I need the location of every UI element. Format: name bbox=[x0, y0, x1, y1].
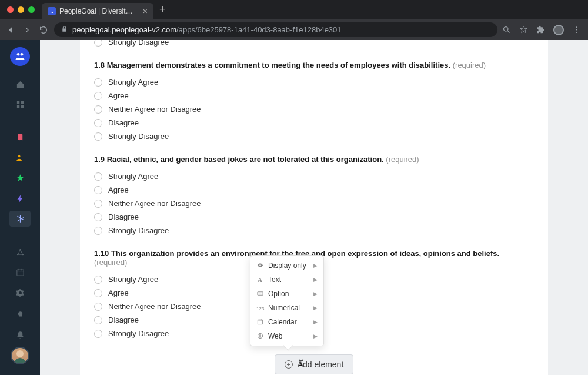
svg-point-10 bbox=[18, 155, 20, 158]
nav-calendar[interactable] bbox=[9, 265, 31, 280]
radio-icon[interactable] bbox=[94, 119, 102, 127]
menu-item-text[interactable]: AText▶ bbox=[250, 273, 323, 287]
radio-icon[interactable] bbox=[94, 213, 102, 221]
tab-favicon-icon: :: bbox=[48, 7, 56, 15]
nav-apps[interactable] bbox=[9, 97, 31, 112]
option-row[interactable]: Agree bbox=[94, 185, 534, 194]
radio-icon[interactable] bbox=[94, 200, 102, 208]
radio-icon[interactable] bbox=[94, 316, 102, 324]
svg-rect-7 bbox=[21, 101, 23, 104]
menu-item-web[interactable]: Web▶ bbox=[250, 329, 323, 343]
radio-icon[interactable] bbox=[94, 227, 102, 235]
option-row[interactable]: Neither Agree nor Disagree bbox=[94, 105, 534, 114]
nav-hints[interactable] bbox=[9, 307, 31, 323]
chevron-right-icon: ▶ bbox=[313, 333, 318, 339]
option-label: Strongly Agree bbox=[108, 78, 158, 87]
url-text: peoplegoal.peoplegoal-v2.com/apps/6be259… bbox=[72, 25, 342, 34]
profile-icon[interactable] bbox=[553, 25, 564, 35]
required-label: (required) bbox=[94, 258, 127, 267]
nav-energy[interactable] bbox=[9, 191, 31, 206]
user-avatar[interactable] bbox=[11, 347, 29, 364]
option-row[interactable]: Strongly Disagree bbox=[94, 226, 534, 235]
question-text: 1.8 Management demonstrates a commitment… bbox=[94, 61, 534, 69]
option-list: Strongly AgreeAgreeNeither Agree nor Dis… bbox=[94, 78, 534, 141]
option-label: Neither Agree nor Disagree bbox=[108, 199, 201, 208]
option-label: Strongly Disagree bbox=[108, 132, 169, 141]
nav-notifications[interactable] bbox=[9, 328, 31, 343]
nav-people[interactable] bbox=[9, 151, 31, 166]
tab-bar: :: PeopleGoal | Diversity and Incl × + bbox=[0, 0, 588, 19]
logo[interactable] bbox=[10, 47, 30, 66]
nav-home[interactable] bbox=[9, 77, 31, 92]
option-row[interactable]: Disagree bbox=[94, 118, 534, 127]
option-row[interactable]: Neither Agree nor Disagree bbox=[94, 199, 534, 208]
radio-icon[interactable] bbox=[94, 289, 102, 297]
question: 1.8 Management demonstrates a commitment… bbox=[94, 61, 534, 141]
nav-settings[interactable] bbox=[9, 285, 31, 300]
radio-icon[interactable] bbox=[94, 105, 102, 114]
add-element-button[interactable]: + Add element bbox=[275, 354, 354, 374]
option-list: Strongly Disagree bbox=[94, 40, 534, 47]
plus-circle-icon: + bbox=[285, 360, 293, 369]
reload-button[interactable] bbox=[38, 24, 49, 36]
nav-star[interactable] bbox=[9, 171, 31, 186]
menu-item-label: Option bbox=[268, 290, 309, 298]
chevron-right-icon: ▶ bbox=[313, 319, 318, 325]
option-label: Neither Agree nor Disagree bbox=[108, 302, 201, 311]
nav-ghost[interactable] bbox=[9, 130, 31, 145]
new-tab-button[interactable]: + bbox=[153, 4, 172, 16]
radio-icon[interactable] bbox=[94, 40, 102, 47]
radio-icon[interactable] bbox=[94, 303, 102, 311]
radio-icon[interactable] bbox=[94, 172, 102, 181]
browser-tab[interactable]: :: PeopleGoal | Diversity and Incl × bbox=[42, 3, 153, 19]
option-row[interactable]: Agree bbox=[94, 91, 534, 100]
option-row[interactable]: Strongly Disagree bbox=[94, 132, 534, 141]
tab-title: PeopleGoal | Diversity and Incl bbox=[59, 7, 136, 15]
option-label: Agree bbox=[108, 185, 129, 194]
radio-icon[interactable] bbox=[94, 132, 102, 141]
option-row[interactable]: Strongly Disagree bbox=[94, 40, 534, 47]
radio-icon[interactable] bbox=[94, 330, 102, 338]
page: Strongly Disagree 1.8 Management demonst… bbox=[40, 40, 588, 375]
radio-icon[interactable] bbox=[94, 78, 102, 87]
option-row[interactable]: Strongly Agree bbox=[94, 78, 534, 87]
option-label: Disagree bbox=[108, 213, 139, 221]
svg-point-1 bbox=[576, 26, 577, 28]
url-field[interactable]: peoplegoal.peoplegoal-v2.com/apps/6be259… bbox=[54, 22, 497, 37]
svg-rect-9 bbox=[21, 105, 23, 108]
close-window-icon[interactable] bbox=[7, 6, 14, 13]
option-icon bbox=[256, 290, 263, 298]
zoom-icon[interactable] bbox=[502, 25, 511, 34]
menu-item-calendar[interactable]: Calendar▶ bbox=[250, 315, 323, 329]
menu-item-label: Numerical bbox=[268, 304, 309, 312]
radio-icon[interactable] bbox=[94, 92, 102, 100]
extensions-icon[interactable] bbox=[536, 25, 545, 34]
window-controls bbox=[5, 6, 35, 13]
option-label: Strongly Disagree bbox=[108, 226, 169, 235]
chevron-right-icon: ▶ bbox=[313, 277, 318, 283]
toolbar-right bbox=[502, 25, 583, 35]
maximize-window-icon[interactable] bbox=[28, 6, 35, 13]
option-label: Strongly Disagree bbox=[108, 329, 169, 338]
app: Strongly Disagree 1.8 Management demonst… bbox=[0, 40, 588, 375]
bookmark-icon[interactable] bbox=[519, 25, 528, 34]
menu-icon[interactable] bbox=[572, 25, 581, 34]
menu-item-display-only[interactable]: Display only▶ bbox=[250, 258, 323, 273]
option-row[interactable]: Strongly Agree bbox=[94, 172, 534, 181]
forward-button[interactable] bbox=[21, 24, 33, 36]
menu-item-option[interactable]: Option▶ bbox=[250, 287, 323, 301]
option-label: Agree bbox=[108, 91, 129, 100]
option-label: Disagree bbox=[108, 316, 139, 324]
minimize-window-icon[interactable] bbox=[18, 6, 24, 13]
nav-graph[interactable] bbox=[9, 244, 31, 260]
chevron-right-icon: ▶ bbox=[313, 291, 318, 297]
menu-item-numerical[interactable]: 123Numerical▶ bbox=[250, 301, 323, 315]
question-text: 1.9 Racial, ethnic, and gender based jok… bbox=[94, 155, 534, 164]
radio-icon[interactable] bbox=[94, 276, 102, 284]
close-tab-icon[interactable]: × bbox=[138, 6, 148, 16]
radio-icon[interactable] bbox=[94, 186, 102, 194]
svg-rect-6 bbox=[16, 101, 19, 104]
option-row[interactable]: Disagree bbox=[94, 213, 534, 221]
back-button[interactable] bbox=[5, 24, 16, 36]
nav-asterisk[interactable] bbox=[9, 211, 31, 226]
